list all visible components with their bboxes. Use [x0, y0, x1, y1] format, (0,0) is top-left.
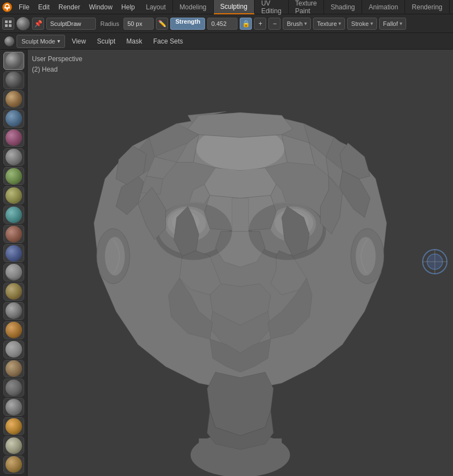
svg-marker-62: [232, 198, 249, 231]
add-subtract-minus[interactable]: −: [268, 18, 281, 30]
tool-btn-thumb[interactable]: [3, 398, 24, 416]
menu-help[interactable]: Help: [117, 1, 139, 13]
main-area: User Perspective (2) Head: [0, 50, 453, 476]
pin-button[interactable]: 📌: [32, 18, 44, 30]
tool-icon-thumb: [6, 399, 22, 415]
svg-rect-3: [4, 7, 10, 8]
tool-icon-layer: [6, 149, 22, 165]
svg-point-53: [155, 203, 232, 260]
tab-shading[interactable]: Shading: [324, 0, 362, 14]
header-mask[interactable]: Mask: [122, 35, 147, 48]
tool-btn-draw-sharp[interactable]: [3, 71, 24, 89]
add-subtract-plus[interactable]: +: [254, 18, 266, 30]
svg-marker-55: [188, 112, 293, 137]
workspace-tabs: Layout Modeling Sculpting UV Editing Tex…: [139, 0, 453, 14]
tool-icon-clay: [6, 91, 22, 107]
tool-icon-elastic: [6, 360, 22, 377]
view-toggle-button[interactable]: [17, 17, 30, 30]
header-row2: Sculpt Mode View Sculpt Mask Face Sets: [0, 33, 453, 50]
tool-icon-crease: [6, 207, 22, 223]
tool-btn-fill[interactable]: [3, 263, 24, 282]
tab-layout[interactable]: Layout: [139, 0, 173, 14]
tool-icon-clay-thumb: [6, 129, 22, 146]
tool-btn-clay-thumb[interactable]: [3, 129, 24, 147]
tool-btn-snake-hook[interactable]: [3, 378, 24, 397]
tool-icon-snake-hook: [6, 380, 22, 396]
tool-icon-rotate: [6, 456, 22, 473]
tool-btn-grab[interactable]: [3, 340, 24, 359]
header-view[interactable]: View: [67, 35, 90, 48]
tool-btn-clay[interactable]: [3, 90, 24, 109]
tool-btn-rotate[interactable]: [3, 456, 24, 474]
editor-type-button[interactable]: [2, 18, 14, 30]
tab-uv-editing[interactable]: UV Editing: [255, 0, 289, 14]
tool-btn-elastic[interactable]: [3, 360, 24, 378]
head-viewport[interactable]: [28, 50, 453, 476]
tool-btn-smooth[interactable]: [3, 225, 24, 243]
svg-point-0: [2, 2, 12, 12]
tool-icon-fill: [6, 264, 22, 280]
texture-dropdown[interactable]: Texture: [313, 18, 345, 30]
svg-rect-6: [5, 24, 8, 27]
tab-modeling[interactable]: Modeling: [173, 0, 214, 14]
tool-icon-blob: [6, 187, 22, 204]
radius-edit-icon[interactable]: ✏️: [156, 18, 168, 30]
strength-value[interactable]: 0.452: [207, 18, 238, 30]
tool-icon-flatten: [6, 245, 22, 262]
tab-texture-paint[interactable]: Texture Paint: [289, 0, 324, 14]
tool-btn-flatten[interactable]: [3, 244, 24, 262]
menu-file[interactable]: File: [14, 1, 34, 13]
rotation-gizmo[interactable]: [421, 246, 449, 279]
nav-gizmo: [421, 246, 449, 279]
tool-btn-nudge[interactable]: [3, 436, 24, 455]
tool-icon-clay-strips: [6, 110, 22, 127]
menu-items: File Edit Render Window Help: [14, 1, 139, 13]
falloff-dropdown[interactable]: Fallof: [379, 18, 406, 30]
mode-select[interactable]: Sculpt Mode: [17, 35, 65, 48]
strength-lock-icon[interactable]: 🔒: [240, 18, 252, 30]
tool-btn-inflate[interactable]: [3, 167, 24, 185]
svg-rect-7: [9, 24, 12, 27]
tab-compositing[interactable]: Co...: [450, 0, 453, 14]
tool-icon-grab: [6, 341, 22, 358]
header-face-sets[interactable]: Face Sets: [149, 35, 187, 48]
left-sidebar: [0, 50, 28, 476]
tab-animation[interactable]: Animation: [362, 0, 405, 14]
tool-btn-scrape[interactable]: [3, 283, 24, 301]
tool-btn-blob[interactable]: [3, 186, 24, 204]
svg-rect-4: [5, 20, 8, 23]
tool-btn-clay-strips[interactable]: [3, 110, 24, 128]
svg-point-54: [249, 203, 326, 260]
svg-marker-63: [207, 372, 273, 436]
menu-edit[interactable]: Edit: [34, 1, 54, 13]
tool-icon-scrape: [6, 283, 22, 300]
blender-logo[interactable]: [0, 0, 14, 14]
viewport[interactable]: User Perspective (2) Head: [28, 50, 453, 476]
toolbar-row: 📌 Radius 50 px ✏️ Strength 0.452 🔒 + − B…: [0, 14, 453, 33]
strength-button[interactable]: Strength: [170, 18, 205, 30]
radius-label: Radius: [98, 20, 121, 27]
brush-name-input[interactable]: [46, 18, 96, 30]
radius-value[interactable]: 50 px: [123, 18, 154, 30]
tool-icon-nudge: [6, 437, 22, 454]
tool-btn-draw[interactable]: [3, 52, 24, 70]
tool-btn-pose[interactable]: [3, 417, 24, 435]
tool-icon-pinch: [6, 322, 22, 338]
tool-icon-pose: [6, 418, 22, 435]
brush-dropdown[interactable]: Brush: [283, 18, 311, 30]
tool-btn-crease[interactable]: [3, 205, 24, 224]
tab-rendering[interactable]: Rendering: [405, 0, 449, 14]
menu-render[interactable]: Render: [54, 1, 84, 13]
tool-btn-pinch[interactable]: [3, 321, 24, 339]
tool-icon-draw: [6, 52, 22, 69]
tool-icon-smooth: [6, 226, 22, 242]
tab-sculpting[interactable]: Sculpting: [214, 0, 255, 14]
stroke-dropdown[interactable]: Stroke: [347, 18, 377, 30]
tool-btn-multiplane[interactable]: [3, 302, 24, 320]
svg-marker-26: [204, 168, 276, 198]
header-sculpt[interactable]: Sculpt: [93, 35, 120, 48]
tool-btn-layer[interactable]: [3, 148, 24, 166]
menu-window[interactable]: Window: [84, 1, 117, 13]
svg-rect-5: [9, 20, 12, 23]
tool-icon-inflate: [6, 168, 22, 185]
